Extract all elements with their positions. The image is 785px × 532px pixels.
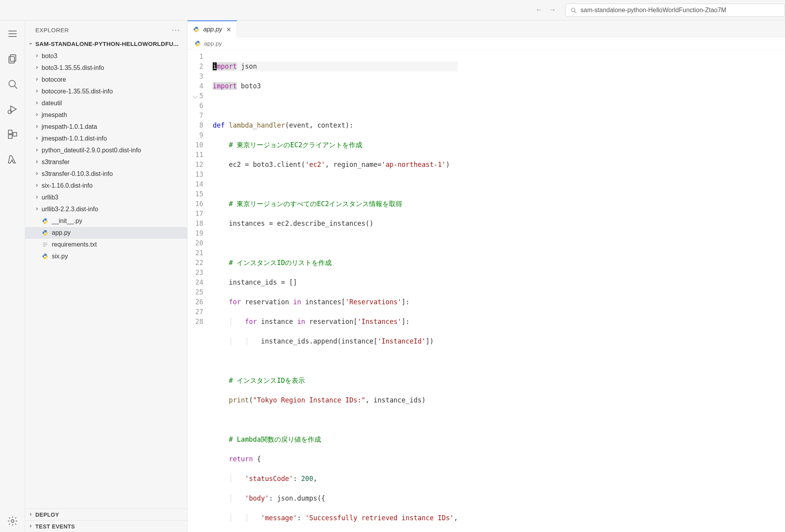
breadcrumb-label: app.py [204,40,222,47]
search-text: sam-standalone-python-HelloWorldFunction… [581,7,726,14]
tree-item[interactable]: dateutil [25,97,187,109]
search-box[interactable]: sam-standalone-python-HelloWorldFunction… [565,4,785,17]
settings-gear-icon[interactable] [5,514,20,528]
breadcrumb[interactable]: app.py [188,38,785,49]
tree-item[interactable]: botocore-1.35.55.dist-info [25,86,187,97]
chevron-right-icon [34,206,40,213]
tree-item-label: python_dateutil-2.9.0.post0.dist-info [42,147,141,154]
close-icon[interactable]: ✕ [226,26,231,33]
file-tree: boto3boto3-1.35.55.dist-infobotocoreboto… [25,49,187,508]
tree-item-label: botocore [42,76,66,83]
tree-item-label: dateutil [42,100,62,107]
tree-item[interactable]: __init__.py [25,215,187,227]
tree-item[interactable]: jmespath [25,109,187,121]
chevron-right-icon [34,135,40,142]
python-file-icon [42,253,49,260]
sidebar: EXPLORER ··· SAM-STANDALONE-PYTHON-HELLO… [25,20,188,532]
tree-item-label: boto3-1.35.55.dist-info [42,64,104,71]
tree-item[interactable]: s3transfer [25,156,187,168]
search-icon [570,7,577,13]
tree-item-label: s3transfer [42,159,69,166]
svg-line-8 [15,86,17,88]
tab-app-py[interactable]: app.py ✕ [188,20,237,38]
python-file-icon [42,229,49,236]
line-gutter: 1234567891011121314151617181920212223242… [188,49,210,532]
tree-item[interactable]: urllib3-2.2.3.dist-info [25,203,187,215]
tab-label: app.py [203,26,222,33]
tree-item[interactable]: s3transfer-0.10.3.dist-info [25,168,187,180]
section-test-events[interactable]: TEST EVENTS [25,520,187,532]
chevron-right-icon [34,170,40,177]
tree-item-label: six.py [52,253,68,260]
activity-bar [0,20,25,532]
svg-line-1 [575,11,576,13]
sidebar-title: EXPLORER [35,27,69,33]
chevron-right-icon [34,88,40,95]
explorer-icon[interactable] [5,52,20,66]
svg-rect-12 [8,135,12,138]
nav-back-icon[interactable]: ← [535,6,542,14]
python-file-icon [193,26,199,33]
chevron-right-icon [28,512,33,518]
tree-item[interactable]: botocore [25,74,187,86]
run-debug-icon[interactable] [5,102,20,116]
sidebar-more-icon[interactable]: ··· [172,26,180,34]
tree-item-label: requirements.txt [52,241,97,248]
extensions-icon[interactable] [5,127,20,141]
tree-item-label: botocore-1.35.55.dist-info [42,88,113,95]
tree-item-label: boto3 [42,53,57,60]
text-file-icon [42,241,49,248]
tab-bar: app.py ✕ [188,20,785,38]
svg-rect-13 [13,132,16,136]
tree-item-label: app.py [52,229,71,236]
chevron-right-icon [34,100,40,107]
tree-item[interactable]: boto3-1.35.55.dist-info [25,62,187,74]
tree-item[interactable]: python_dateutil-2.9.0.post0.dist-info [25,144,187,156]
tree-item[interactable]: six-1.16.0.dist-info [25,180,187,192]
python-file-icon [42,218,49,225]
svg-point-14 [11,520,14,523]
sidebar-root[interactable]: SAM-STANDALONE-PYTHON-HELLOWORLDFU... [25,38,187,49]
chevron-right-icon [34,123,40,130]
title-bar: ← → sam-standalone-python-HelloWorldFunc… [0,0,785,20]
chevron-down-icon [28,40,33,47]
chevron-right-icon [34,76,40,83]
tree-item-label: s3transfer-0.10.3.dist-info [42,170,113,177]
chevron-right-icon [34,194,40,201]
chevron-right-icon [34,182,40,189]
tree-item[interactable]: requirements.txt [25,239,187,250]
code-content[interactable]: import json import boto3 def lambda_hand… [210,49,458,532]
svg-rect-6 [9,57,14,63]
chevron-right-icon [34,53,40,60]
tree-item-label: jmespath [42,112,67,119]
svg-rect-11 [8,130,12,134]
chevron-right-icon [34,159,40,166]
chevron-right-icon [34,64,40,71]
tree-item-label: six-1.16.0.dist-info [42,182,93,189]
section-label: TEST EVENTS [35,523,75,530]
tree-item[interactable]: boto3 [25,50,187,62]
section-label: DEPLOY [35,512,59,518]
tree-item-label: jmespath-1.0.1.dist-info [42,135,107,142]
editor: app.py ✕ app.py 123456789101112131415161… [188,20,785,532]
tree-item[interactable]: jmespath-1.0.1.dist-info [25,133,187,144]
python-file-icon [195,40,201,47]
tree-item[interactable]: six.py [25,250,187,262]
tree-item-label: urllib3-2.2.3.dist-info [42,206,98,213]
tree-item[interactable]: urllib3 [25,192,187,203]
chevron-right-icon [28,523,33,530]
svg-point-7 [9,80,15,87]
tree-item-label: jmespath-1.0.1.data [42,123,97,130]
tree-item-label: urllib3 [42,194,58,201]
lambda-icon[interactable] [5,152,20,166]
tree-item[interactable]: app.py [25,227,187,239]
chevron-right-icon [34,147,40,154]
svg-point-0 [571,8,575,11]
nav-forward-icon[interactable]: → [549,6,556,14]
menu-icon[interactable] [5,27,20,41]
section-deploy[interactable]: DEPLOY [25,508,187,520]
search-activity-icon[interactable] [5,77,20,91]
tree-item[interactable]: jmespath-1.0.1.data [25,121,187,133]
sidebar-root-label: SAM-STANDALONE-PYTHON-HELLOWORLDFU... [35,40,179,47]
code-editor[interactable]: 1234567891011121314151617181920212223242… [188,49,785,532]
